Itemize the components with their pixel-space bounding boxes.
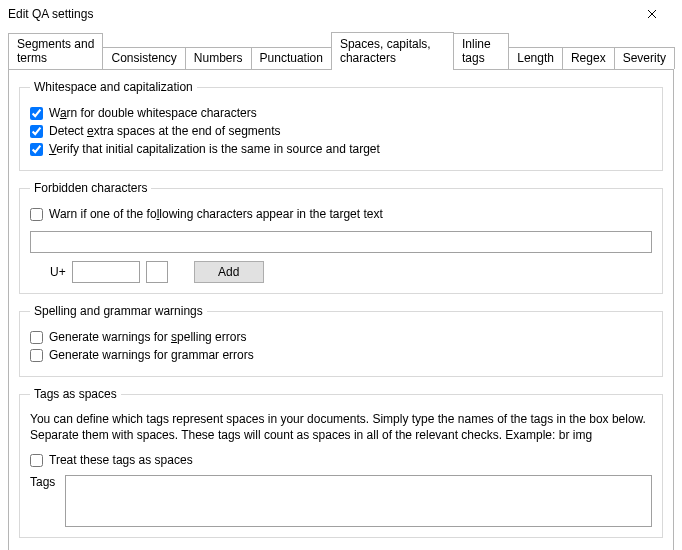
check-warn-double-whitespace[interactable]: Warn for double whitespace characters [30,106,652,120]
check-treat-tags-as-spaces[interactable]: Treat these tags as spaces [30,453,652,467]
checkbox-detect-end[interactable] [30,125,43,138]
label-spelling: Generate warnings for spelling errors [49,330,246,344]
tab-consistency[interactable]: Consistency [102,47,185,69]
window-title: Edit QA settings [8,7,93,21]
tab-segments[interactable]: Segments and terms [8,33,103,69]
titlebar: Edit QA settings [0,0,682,28]
legend-spelling: Spelling and grammar warnings [30,304,207,318]
tab-numbers[interactable]: Numbers [185,47,252,69]
tab-panel: Whitespace and capitalization Warn for d… [8,69,674,550]
unicode-char-preview[interactable] [146,261,168,283]
label-warn-double: Warn for double whitespace characters [49,106,257,120]
tab-spaces-capitals-characters[interactable]: Spaces, capitals, characters [331,32,454,70]
tags-help-text: You can define which tags represent spac… [30,411,652,443]
legend-whitespace: Whitespace and capitalization [30,80,197,94]
check-warn-forbidden[interactable]: Warn if one of the following characters … [30,207,652,221]
checkbox-grammar[interactable] [30,349,43,362]
group-whitespace: Whitespace and capitalization Warn for d… [19,80,663,171]
tab-inline-tags[interactable]: Inline tags [453,33,509,69]
close-icon [647,9,657,19]
tags-row: Tags [30,475,652,527]
group-spelling: Spelling and grammar warnings Generate w… [19,304,663,377]
check-verify-capitalization[interactable]: Verify that initial capitalization is th… [30,142,652,156]
tab-severity[interactable]: Severity [614,47,675,69]
tab-strip: Segments and terms Consistency Numbers P… [8,32,674,69]
group-tags-as-spaces: Tags as spaces You can define which tags… [19,387,663,538]
checkbox-treat-tags[interactable] [30,454,43,467]
unicode-row: U+ Add [50,261,652,283]
add-button[interactable]: Add [194,261,264,283]
tags-input[interactable] [65,475,652,527]
label-treat-tags: Treat these tags as spaces [49,453,193,467]
tab-punctuation[interactable]: Punctuation [251,47,332,69]
label-warn-forbidden: Warn if one of the following characters … [49,207,383,221]
legend-forbidden: Forbidden characters [30,181,151,195]
unicode-hex-input[interactable] [72,261,140,283]
tags-label: Tags [30,475,55,489]
checkbox-warn-double[interactable] [30,107,43,120]
label-grammar: Generate warnings for grammar errors [49,348,254,362]
check-grammar-warnings[interactable]: Generate warnings for grammar errors [30,348,652,362]
u-plus-label: U+ [50,265,66,279]
check-detect-end-spaces[interactable]: Detect extra spaces at the end of segmen… [30,124,652,138]
checkbox-verify-cap[interactable] [30,143,43,156]
tab-regex[interactable]: Regex [562,47,615,69]
forbidden-chars-input[interactable] [30,231,652,253]
label-verify-cap: Verify that initial capitalization is th… [49,142,380,156]
close-button[interactable] [632,0,672,28]
tab-length[interactable]: Length [508,47,563,69]
legend-tags-as-spaces: Tags as spaces [30,387,121,401]
check-spelling-warnings[interactable]: Generate warnings for spelling errors [30,330,652,344]
checkbox-warn-forbidden[interactable] [30,208,43,221]
label-detect-end: Detect extra spaces at the end of segmen… [49,124,280,138]
group-forbidden: Forbidden characters Warn if one of the … [19,181,663,294]
checkbox-spelling[interactable] [30,331,43,344]
